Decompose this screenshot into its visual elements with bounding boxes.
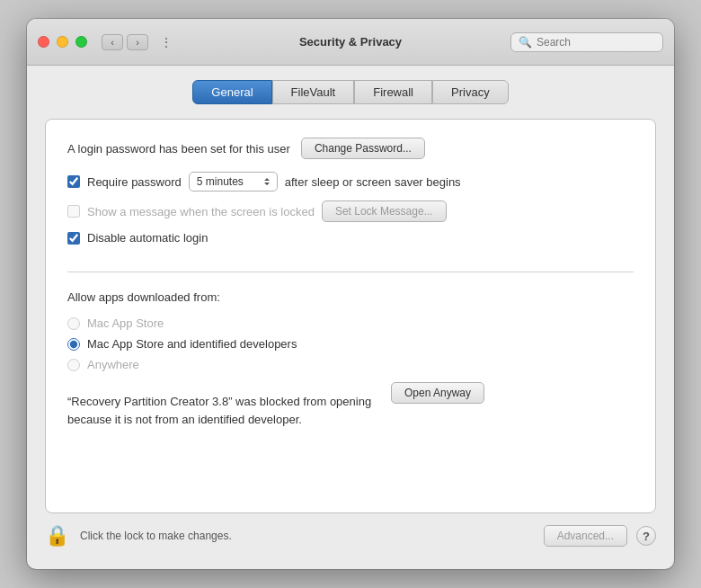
minimize-button[interactable] <box>57 36 68 48</box>
search-icon: 🔍 <box>519 36 532 49</box>
bottom-bar: 🔒 Click the lock to make changes. Advanc… <box>45 513 656 551</box>
show-message-checkbox <box>67 205 80 218</box>
disable-auto-login-label: Disable automatic login <box>87 231 208 245</box>
back-button[interactable]: ‹ <box>102 34 123 50</box>
back-icon: ‹ <box>111 37 114 48</box>
show-message-label: Show a message when the screen is locked <box>87 205 315 218</box>
content-area: General FileVault Firewall Privacy A log… <box>27 66 674 569</box>
title-bar: ‹ › ⋮ Security & Privacy 🔍 <box>27 19 674 66</box>
mac-app-store-identified-radio[interactable] <box>67 338 80 351</box>
set-lock-message-button: Set Lock Message... <box>322 200 447 222</box>
blocked-app-text: “Recovery Partition Creator 3.8” was blo… <box>67 393 373 428</box>
after-sleep-label: after sleep or screen saver begins <box>285 175 461 189</box>
mac-app-store-row: Mac App Store <box>67 316 634 330</box>
bottom-actions: Advanced... ? <box>544 525 656 547</box>
close-button[interactable] <box>38 36 49 48</box>
maximize-button[interactable] <box>75 36 87 48</box>
search-bar[interactable]: 🔍 <box>510 32 663 52</box>
apps-section: Allow apps downloaded from: Mac App Stor… <box>67 290 634 428</box>
tab-general[interactable]: General <box>192 80 271 104</box>
help-button[interactable]: ? <box>636 526 656 546</box>
window-title: Security & Privacy <box>299 35 402 49</box>
forward-icon: › <box>136 37 139 48</box>
tab-firewall[interactable]: Firewall <box>354 80 432 104</box>
require-password-label: Require password <box>87 175 182 189</box>
blocked-app-row: “Recovery Partition Creator 3.8” was blo… <box>67 382 634 428</box>
tab-bar: General FileVault Firewall Privacy <box>45 80 656 104</box>
lock-text: Click the lock to make changes. <box>80 530 232 542</box>
advanced-button: Advanced... <box>544 525 627 547</box>
password-timeout-select[interactable]: 5 minutes immediately 5 seconds 1 minute… <box>189 172 278 192</box>
settings-panel: A login password has been set for this u… <box>45 119 656 513</box>
tab-privacy[interactable]: Privacy <box>432 80 509 104</box>
require-password-checkbox[interactable] <box>67 175 80 188</box>
mac-app-store-label: Mac App Store <box>87 316 164 330</box>
disable-auto-login-row: Disable automatic login <box>67 231 634 245</box>
mac-app-store-radio <box>67 317 80 330</box>
lock-icon[interactable]: 🔒 <box>45 524 69 548</box>
anywhere-label: Anywhere <box>87 358 139 371</box>
system-preferences-window: ‹ › ⋮ Security & Privacy 🔍 General FileV… <box>27 19 674 569</box>
traffic-lights <box>38 36 87 48</box>
disable-auto-login-checkbox[interactable] <box>67 232 80 245</box>
forward-button[interactable]: › <box>127 34 148 50</box>
mac-app-store-identified-label: Mac App Store and identified developers <box>87 337 297 351</box>
search-input[interactable] <box>537 36 655 49</box>
grid-button[interactable]: ⋮ <box>155 34 177 50</box>
grid-icon: ⋮ <box>160 35 173 49</box>
anywhere-row: Anywhere <box>67 358 634 371</box>
login-password-label: A login password has been set for this u… <box>67 142 290 156</box>
tab-filevault[interactable]: FileVault <box>272 80 355 104</box>
nav-buttons: ‹ › <box>102 34 148 50</box>
change-password-button[interactable]: Change Password... <box>301 138 425 159</box>
show-message-row: Show a message when the screen is locked… <box>67 200 634 222</box>
open-anyway-button[interactable]: Open Anyway <box>391 382 484 404</box>
password-section: A login password has been set for this u… <box>67 138 634 272</box>
anywhere-radio <box>67 359 80 371</box>
require-password-row: Require password 5 minutes immediately 5… <box>67 172 634 192</box>
login-password-row: A login password has been set for this u… <box>67 138 634 159</box>
apps-downloaded-title: Allow apps downloaded from: <box>67 290 634 304</box>
mac-app-store-identified-row: Mac App Store and identified developers <box>67 337 634 351</box>
